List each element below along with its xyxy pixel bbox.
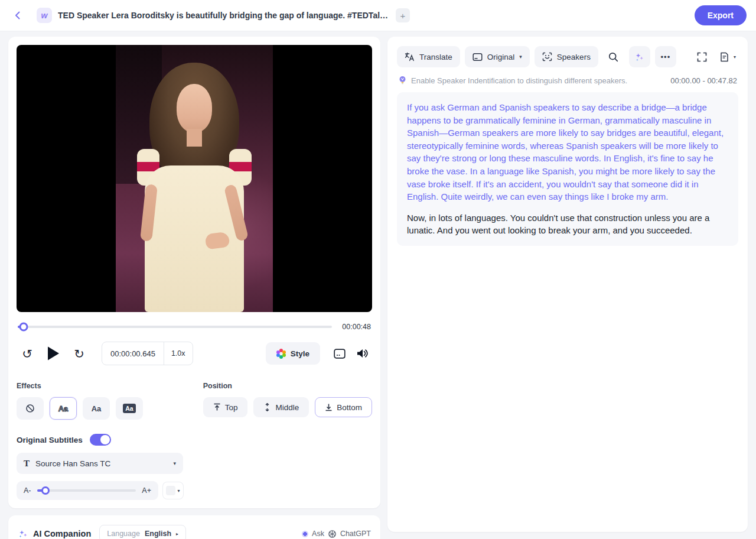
playback-speed-button[interactable]: 1.0x [164,349,193,358]
chevron-right-icon: ▸ [176,531,178,537]
back-button[interactable] [9,7,26,24]
volume-icon [356,348,369,359]
font-size-handle[interactable] [41,486,50,495]
language-value: English [145,530,171,538]
effect-outline-button[interactable]: Aa [50,397,77,420]
effects-buttons: Aa Aa Aa [17,397,203,420]
subtitle-options: Effects Aa Aa [17,382,372,420]
ask-chatgpt-control[interactable]: Ask ChatGPT [302,530,371,538]
speakers-label: Speakers [557,53,591,61]
speakers-button[interactable]: Speakers [535,46,598,67]
ai-polish-button[interactable] [629,46,650,67]
export-button[interactable]: Export [695,5,747,25]
search-button[interactable] [603,46,624,67]
effects-label: Effects [17,382,203,390]
chevron-down-icon: ▾ [177,488,180,493]
style-flower-icon [276,349,286,358]
lightbulb-icon [398,76,407,85]
more-button[interactable]: ••• [655,46,676,67]
rewind-button[interactable]: ↺ [17,348,38,360]
video-player[interactable] [17,45,372,312]
original-language-select[interactable]: Original ▾ [465,46,530,67]
position-buttons: Top Middle Bottom [203,397,372,417]
original-subtitles-row: Original Subtitles [17,434,372,446]
volume-button[interactable] [352,343,372,363]
font-larger-button[interactable]: A+ [142,486,151,495]
video-duration: 00:00:48 [332,323,371,331]
fullscreen-icon [697,52,707,62]
position-bottom-button[interactable]: Bottom [315,397,372,417]
transport-controls: ↺ ↻ 00:00:00.645 1.0x [17,340,372,366]
style-button[interactable]: Style [266,342,320,365]
font-family-select[interactable]: T Source Han Sans TC ▾ [17,453,183,474]
chevron-down-icon: ▾ [734,54,736,60]
effect-none-button[interactable] [17,397,44,420]
fullscreen-button[interactable] [692,46,713,67]
position-top-button[interactable]: Top [203,397,248,417]
language-label: Language [107,530,140,538]
document-view-button[interactable]: ▾ [718,46,738,67]
speaker-face [177,84,212,132]
more-icon: ••• [661,53,671,61]
ai-language-select[interactable]: Language English ▸ [99,525,186,539]
position-group: Position Top Middle [203,382,372,420]
magic-wand-icon [634,52,644,62]
ask-label: Ask [312,530,324,538]
timecode-box: 00:00:00.645 1.0x [102,342,193,365]
outline-text-icon: Aa [58,404,69,413]
original-subtitles-label: Original Subtitles [17,436,83,444]
rotate-cw-icon: ↻ [74,348,84,360]
seek-track[interactable] [18,326,332,328]
subtitle-icon [472,53,483,61]
font-size-slider: A- A+ [17,481,158,500]
play-button[interactable] [41,346,65,361]
transcript-paragraph-active[interactable]: If you ask German and Spanish speakers t… [407,101,728,203]
forward-button[interactable]: ↻ [69,348,90,360]
effect-plain-button[interactable]: Aa [83,397,110,420]
font-family-value: Source Han Sans TC [35,459,167,468]
transcript-block: If you ask German and Spanish speakers t… [397,92,738,246]
toggle-knob [100,435,110,444]
transcript-paragraph[interactable]: Now, in lots of languages. You couldn't … [407,212,728,237]
ai-companion-card: AI Companion Language English ▸ Ask Chat… [8,515,380,539]
aspect-ratio-button[interactable] [330,343,350,363]
align-top-icon [213,403,221,411]
speaker-tip-text: Enable Speaker Indentification to distin… [411,76,627,85]
segment-time-range: 00:00.00 - 00:47.82 [670,76,737,85]
effect-boxed-button[interactable]: Aa [116,397,143,420]
effects-group: Effects Aa Aa [17,382,203,420]
transcript-panel: Translate Original ▾ Speakers [387,37,748,532]
font-size-row: A- A+ ▾ [17,481,372,500]
position-middle-button[interactable]: Middle [253,397,309,417]
timecode-field[interactable]: 00:00:00.645 [102,349,164,358]
rotate-ccw-icon: ↺ [22,348,32,360]
player-card: 00:00:48 ↺ ↻ 00:00:00.645 1.0 [8,37,380,508]
subtitle-color-picker[interactable]: ▾ [163,482,183,499]
ai-companion-header: AI Companion Language English ▸ Ask Chat… [18,525,371,539]
font-type-icon: T [24,459,30,469]
main-content: 00:00:48 ↺ ↻ 00:00:00.645 1.0 [0,31,756,539]
align-middle-icon [263,403,271,411]
ai-companion-title: AI Companion [33,529,91,538]
radio-dot-icon [302,531,308,537]
boxed-text-icon: Aa [123,404,135,413]
font-size-track[interactable] [37,489,136,492]
add-tab-button[interactable]: + [396,8,410,22]
chevron-down-icon: ▾ [173,460,176,466]
video-content [116,45,273,312]
seek-row: 00:00:48 [17,323,372,331]
chevron-down-icon: ▾ [519,54,522,60]
chatgpt-label: ChatGPT [340,530,371,538]
plain-text-icon: Aa [92,404,102,413]
original-subtitles-toggle[interactable] [90,434,111,446]
page-title: TED Speaker Lera Boroditsky is beautiful… [58,11,389,20]
color-swatch [166,486,175,495]
translate-label: Translate [419,53,452,61]
font-smaller-button[interactable]: A- [24,486,31,495]
chatgpt-icon [328,530,337,538]
position-bottom-label: Bottom [337,403,362,412]
play-icon [47,346,60,361]
seek-handle[interactable] [19,323,28,332]
translate-button[interactable]: Translate [397,46,460,67]
style-label: Style [291,349,309,358]
